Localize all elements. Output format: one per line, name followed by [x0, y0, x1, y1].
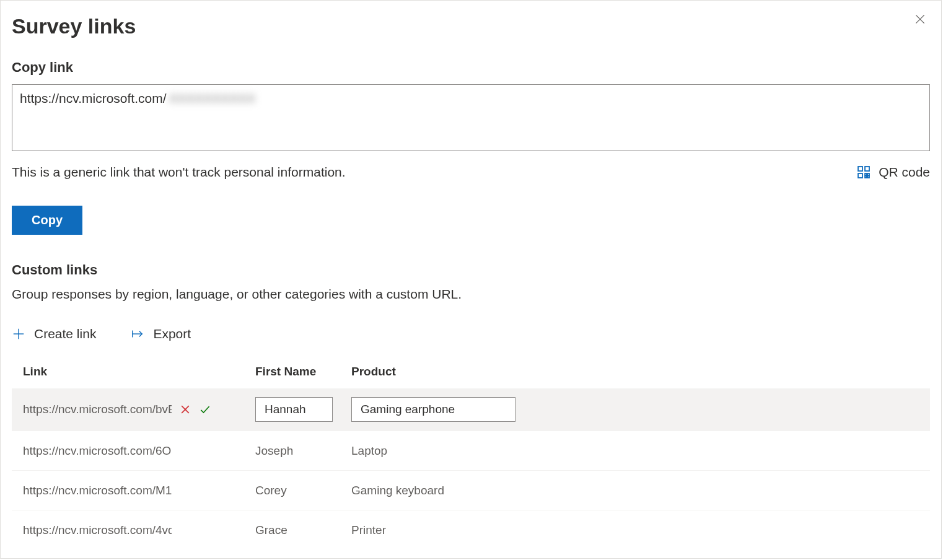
table-header-row: Link First Name Product [12, 365, 930, 388]
column-header-link: Link [23, 365, 255, 378]
row-product-cell: Gaming keyboard [351, 484, 919, 497]
row-link-url: https://ncv.microsoft.com/M1l [23, 484, 172, 497]
confirm-icon[interactable] [199, 403, 211, 416]
table-row[interactable]: https://ncv.microsoft.com/6OeJosephLapto… [12, 431, 930, 470]
export-label: Export [153, 326, 191, 341]
row-link-url: https://ncv.microsoft.com/4vq [23, 523, 172, 537]
row-first-name-cell: Grace [255, 523, 351, 537]
copy-button[interactable]: Copy [12, 206, 82, 235]
qr-code-link[interactable]: QR code [856, 165, 930, 180]
row-link-cell: https://ncv.microsoft.com/M1l [23, 484, 255, 497]
row-product-cell: Laptop [351, 444, 919, 458]
row-link-cell: https://ncv.microsoft.com/6Oe [23, 444, 255, 458]
svg-rect-8 [865, 176, 867, 178]
row-link-cell: https://ncv.microsoft.com/bvE [23, 403, 255, 416]
page-title: Survey links [12, 14, 930, 38]
generic-link-helper-text: This is a generic link that won't track … [12, 165, 346, 180]
generic-link-input[interactable]: https://ncv.microsoft.com/ XXXXXXXXXX [12, 84, 930, 151]
svg-rect-3 [865, 167, 869, 171]
generic-link-url-prefix: https://ncv.microsoft.com/ [20, 91, 167, 106]
first-name-input[interactable] [255, 397, 333, 422]
svg-rect-6 [867, 176, 869, 178]
create-link-button[interactable]: Create link [12, 326, 96, 341]
row-first-name-cell: Joseph [255, 444, 351, 458]
column-header-product: Product [351, 365, 919, 378]
copy-link-heading: Copy link [12, 59, 930, 76]
table-row[interactable]: https://ncv.microsoft.com/4vqGracePrinte… [12, 510, 930, 549]
svg-rect-4 [858, 173, 862, 178]
svg-rect-2 [858, 167, 862, 171]
row-link-cell: https://ncv.microsoft.com/4vq [23, 523, 255, 537]
table-row[interactable]: https://ncv.microsoft.com/bvE [12, 388, 930, 431]
row-first-name-cell: Corey [255, 484, 351, 497]
custom-links-description: Group responses by region, language, or … [12, 287, 930, 302]
custom-links-heading: Custom links [12, 262, 930, 278]
qr-code-label: QR code [879, 165, 930, 180]
create-link-label: Create link [34, 326, 96, 341]
row-link-url: https://ncv.microsoft.com/bvE [23, 403, 172, 416]
close-icon [914, 13, 926, 25]
product-input[interactable] [351, 397, 515, 422]
generic-link-url-suffix-blurred: XXXXXXXXXX [169, 91, 256, 106]
svg-rect-5 [865, 173, 867, 175]
column-header-first-name: First Name [255, 365, 351, 378]
export-button[interactable]: Export [131, 326, 191, 341]
custom-links-section: Custom links Group responses by region, … [12, 262, 930, 549]
svg-rect-7 [867, 173, 869, 175]
custom-links-table: Link First Name Product https://ncv.micr… [12, 365, 930, 549]
survey-links-panel: Survey links Copy link https://ncv.micro… [0, 0, 942, 559]
row-first-name-cell [255, 397, 351, 422]
table-row[interactable]: https://ncv.microsoft.com/M1lCoreyGaming… [12, 470, 930, 510]
row-product-cell [351, 397, 919, 422]
row-link-url: https://ncv.microsoft.com/6Oe [23, 444, 172, 458]
copy-link-section: Copy link https://ncv.microsoft.com/ XXX… [12, 59, 930, 235]
export-icon [131, 327, 144, 341]
row-product-cell: Printer [351, 523, 919, 537]
qr-code-icon [856, 165, 871, 180]
cancel-icon[interactable] [179, 403, 191, 416]
close-button[interactable] [913, 12, 928, 27]
plus-icon [12, 327, 25, 341]
